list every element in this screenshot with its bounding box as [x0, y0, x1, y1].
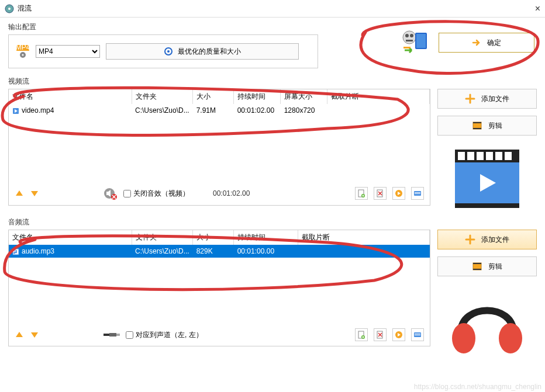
svg-text:MP4: MP4	[16, 44, 30, 51]
page-add-button[interactable]	[355, 187, 368, 200]
col-segment[interactable]: 截取片断	[327, 89, 430, 104]
move-down-button[interactable]	[30, 189, 39, 198]
properties-button[interactable]	[411, 187, 424, 200]
video-add-file-button[interactable]: 添加文件	[437, 89, 537, 109]
confirm-label: 确定	[487, 38, 501, 48]
svg-rect-11	[406, 40, 413, 41]
audio-table-row[interactable]: audio.mp3 C:\Users\Zuo\D... 829K 00:01:0…	[9, 245, 430, 258]
col-duration[interactable]: 持续时间	[234, 89, 281, 104]
video-side: 添加文件 剪辑	[437, 89, 537, 209]
video-footer: 关闭音效（视频） 00:01:02.00	[9, 182, 430, 205]
svg-rect-23	[415, 192, 420, 193]
filmstrip-icon	[472, 120, 482, 131]
video-list: 文件名 文件夹 大小 持续时间 屏幕大小 截取片断 video.mp4 C:\U…	[8, 89, 430, 206]
svg-rect-39	[109, 333, 116, 337]
audio-header-row: 文件名 文件夹 大小 持续时间 截取片断	[9, 230, 430, 245]
close-icon[interactable]: ×	[535, 4, 540, 14]
svg-point-1	[8, 8, 11, 10]
audio-size: 829K	[193, 245, 234, 258]
col-folder[interactable]: 文件夹	[132, 89, 193, 104]
svg-rect-13	[416, 34, 426, 48]
app-icon	[5, 4, 14, 13]
audio-add-label: 添加文件	[481, 235, 509, 245]
video-duration: 00:01:02.00	[234, 104, 281, 117]
col-folder[interactable]: 文件夹	[132, 230, 193, 245]
gear-icon	[164, 47, 173, 56]
svg-point-5	[22, 54, 24, 56]
move-up-button[interactable]	[15, 330, 24, 339]
audio-edit-button[interactable]: 剪辑	[437, 256, 537, 276]
audio-edit-label: 剪辑	[488, 262, 502, 272]
move-up-button[interactable]	[15, 189, 24, 198]
video-table-row[interactable]: video.mp4 C:\Users\Zuo\D... 7.91M 00:01:…	[9, 104, 430, 117]
titlebar: 混流 ×	[0, 0, 545, 18]
svg-rect-32	[486, 152, 493, 160]
svg-point-9	[405, 34, 409, 37]
audio-footer: 对应到声道（左, 左）	[9, 324, 430, 346]
watermark: https://blog.csdn.net/shuangmu_chenglin	[414, 383, 541, 391]
play-button[interactable]	[392, 187, 405, 200]
mute-video-checkbox[interactable]: 关闭音效（视频）	[123, 189, 189, 199]
channel-label: 对应到声道（左, 左）	[136, 330, 203, 340]
properties-button[interactable]	[411, 328, 424, 341]
page-delete-button[interactable]	[374, 187, 387, 200]
video-edit-button[interactable]: 剪辑	[437, 116, 537, 136]
play-button[interactable]	[392, 328, 405, 341]
confirm-area: 确定	[401, 30, 534, 55]
col-size[interactable]: 大小	[193, 230, 234, 245]
col-name[interactable]: 文件名	[9, 89, 132, 104]
svg-point-8	[403, 31, 416, 44]
video-preview-icon	[446, 145, 528, 209]
video-section: 文件名 文件夹 大小 持续时间 屏幕大小 截取片断 video.mp4 C:\U…	[8, 89, 537, 209]
audio-jack-icon	[104, 332, 120, 338]
confirm-arrow-icon	[472, 38, 481, 47]
confirm-button[interactable]: 确定	[439, 33, 534, 53]
col-size[interactable]: 大小	[193, 89, 234, 104]
filmstrip-icon	[472, 261, 482, 272]
svg-rect-36	[455, 203, 519, 208]
svg-point-7	[167, 50, 170, 53]
audio-duration: 00:01:00.00	[234, 245, 298, 258]
video-name: video.mp4	[22, 106, 54, 115]
col-name[interactable]: 文件名	[9, 230, 132, 245]
audio-section-label: 音频流	[8, 217, 537, 227]
audio-file-icon	[12, 248, 19, 255]
svg-rect-40	[116, 334, 120, 336]
headphones-icon	[443, 286, 531, 356]
svg-point-52	[499, 323, 522, 353]
audio-folder: C:\Users\Zuo\D...	[132, 245, 193, 258]
audio-name: audio.mp3	[22, 247, 54, 255]
svg-rect-30	[467, 152, 474, 160]
move-down-button[interactable]	[30, 330, 39, 339]
window-title: 混流	[18, 4, 535, 13]
svg-rect-34	[505, 152, 512, 160]
svg-rect-49	[473, 263, 481, 264]
svg-rect-14	[403, 47, 411, 48]
video-total-duration: 00:01:02.00	[213, 189, 250, 197]
svg-rect-50	[473, 269, 481, 270]
quality-setting-button[interactable]: 最优化的质量和大小	[106, 43, 299, 60]
svg-rect-27	[473, 128, 481, 129]
svg-rect-29	[458, 152, 465, 160]
svg-rect-46	[415, 334, 420, 334]
video-section-label: 视频流	[8, 77, 537, 86]
mux-icon	[401, 30, 429, 55]
audio-section: 文件名 文件夹 大小 持续时间 截取片断 audio.mp3 C:\Users\…	[8, 230, 537, 356]
channel-map-checkbox[interactable]: 对应到声道（左, 左）	[126, 330, 203, 340]
video-res: 1280x720	[281, 104, 327, 117]
page-add-button[interactable]	[355, 328, 368, 341]
col-duration[interactable]: 持续时间	[234, 230, 298, 245]
col-segment[interactable]: 截取片断	[298, 230, 430, 245]
video-size: 7.91M	[193, 104, 234, 117]
svg-rect-33	[495, 152, 502, 160]
plus-icon	[465, 93, 475, 104]
svg-point-51	[452, 323, 475, 353]
col-res[interactable]: 屏幕大小	[281, 89, 327, 104]
svg-rect-47	[415, 335, 420, 335]
video-add-label: 添加文件	[481, 94, 509, 104]
video-edit-label: 剪辑	[488, 121, 502, 131]
audio-add-file-button[interactable]: 添加文件	[437, 230, 537, 249]
format-select[interactable]: MP4	[36, 45, 100, 58]
page-delete-button[interactable]	[374, 328, 387, 341]
svg-rect-38	[104, 334, 109, 336]
